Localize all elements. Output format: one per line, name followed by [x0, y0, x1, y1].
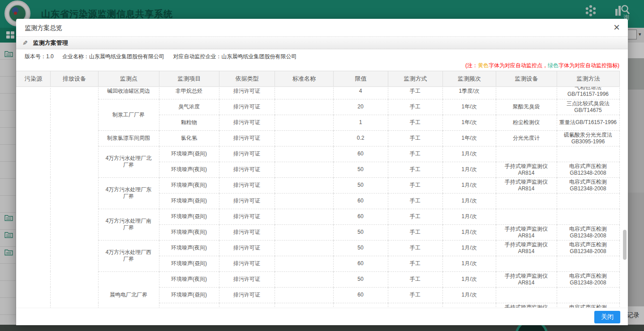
table-cell: 1月/次 [442, 240, 496, 256]
table-row: 4万方污水处理厂南 厂界环境噪声(昼间)排污许可证60手工1月/次 [16, 209, 619, 224]
table-cell: 颗粒物 [159, 115, 219, 130]
table-cell: 手工 [388, 271, 442, 287]
version-value: 1.0 [46, 53, 54, 60]
note-part1: (注： [465, 62, 478, 69]
modal-title: 监测方案总览 [25, 24, 62, 32]
table-cell: 重量法GB/T16157-1996 [557, 115, 619, 130]
scrollbar-thumb[interactable] [623, 230, 627, 260]
table-cell: 排污许可证 [219, 287, 275, 303]
table-cell: 制浆工厂厂界 [98, 99, 159, 130]
table-cell: 手工 [388, 193, 442, 209]
table-cell: 20 [333, 99, 388, 115]
table-cell: 手工 [388, 162, 442, 177]
table-cell: 排污许可证 [219, 240, 275, 256]
version-label: 版本号： [25, 53, 46, 60]
table-cell: 手工 [388, 303, 442, 308]
company-label: 企业名称： [62, 53, 89, 60]
table-cell: 50 [333, 177, 388, 193]
table-scroll-area[interactable]: 碱回收油罐区周边非甲烷总烃排污许可证4手工1季度/次气相色谱法 GB/T1615… [16, 87, 628, 308]
table-row: 晨鸣电厂北厂界环境噪声(夜间)排污许可证50手工1月/次手持式噪声监测仪 AR8… [16, 271, 619, 287]
table-cell: 手工 [388, 146, 442, 162]
table-cell: 环境噪声(昼间) [159, 287, 219, 303]
table-cell: 1月/次 [442, 146, 496, 162]
table-cell: 电容式声压检测 GB12348-2008 [557, 240, 619, 256]
col-header: 监测项目 [159, 71, 219, 87]
table-cell: 手持式噪声监测仪 AR814 [496, 224, 557, 240]
table-cell: 硫氰酸汞分光光度法GB3095-1996 [557, 130, 619, 146]
table-cell: 手工 [388, 240, 442, 256]
table-cell: 排污许可证 [219, 271, 275, 287]
table-cell: 臭气浓度 [159, 99, 219, 115]
table-cell: 制浆氯漂车间周围 [98, 130, 159, 146]
table-cell-empty [496, 256, 557, 271]
table-cell: 分光光度计 [496, 130, 557, 146]
table-cell: 排污许可证 [219, 224, 275, 240]
table-cell: 1月/次 [442, 162, 496, 177]
table-cell-empty [496, 287, 557, 303]
table-cell: 电容式声压检测 GB12348-2008 [557, 303, 619, 308]
table-cell: 环境噪声(昼间) [159, 146, 219, 162]
table-cell: 粉尘检测仪 [496, 115, 557, 130]
table-cell-empty [275, 130, 333, 146]
table-cell: 手持式噪声监测仪 AR814 [496, 162, 557, 177]
table-cell-empty [496, 193, 557, 209]
table-row: 4万方污水处理厂北 厂界环境噪声(昼间)排污许可证60手工1月/次 [16, 146, 619, 162]
table-cell-empty [275, 177, 333, 193]
close-button[interactable]: 关闭 [594, 311, 620, 323]
table-cell: 1月/次 [442, 177, 496, 193]
table-cell: 4万方污水处理厂南 厂界 [98, 209, 159, 240]
table-cell: 手持式噪声监测仪 AR814 [496, 303, 557, 308]
table-cell: 1月/次 [442, 209, 496, 224]
col-header: 监测方式 [388, 71, 443, 87]
table-cell: 1 [333, 115, 388, 130]
table-cell: 手持式噪声监测仪 AR814 [496, 177, 557, 193]
table-cell: 排污许可证 [219, 177, 275, 193]
close-icon[interactable]: × [614, 21, 620, 34]
table-cell-empty [275, 115, 333, 130]
table-cell: 手工 [388, 130, 442, 146]
table-cell: 1年/次 [442, 115, 496, 130]
table-cell: 手工 [388, 115, 442, 130]
auto-company-value: 山东晨鸣纸业集团股份有限公司 [221, 53, 296, 60]
table-cell-empty [557, 193, 619, 209]
auto-company-label: 对应自动监控企业： [173, 53, 221, 60]
table-cell: 1年/次 [442, 99, 496, 115]
table-cell: 聚酯无臭袋 [496, 99, 557, 115]
table-cell-empty [275, 209, 333, 224]
table-cell: 非甲烷总烃 [159, 87, 219, 99]
table-cell: 排污许可证 [219, 193, 275, 209]
section-title: 监测方案管理 [33, 39, 68, 47]
col-header: 监测设备 [496, 71, 557, 87]
table-cell-empty [275, 99, 333, 115]
table-cell: 1年/次 [442, 130, 496, 146]
table-cell-empty [496, 209, 557, 224]
table-cell: 手工 [388, 287, 442, 303]
table-cell: 排污许可证 [219, 162, 275, 177]
table-cell: 手工 [388, 99, 442, 115]
modal-footer: 关闭 [16, 308, 628, 325]
table-cell: 环境噪声(夜间) [159, 224, 219, 240]
table-cell: 环境噪声(夜间) [159, 240, 219, 256]
table-cell-empty [275, 162, 333, 177]
table-cell: 环境噪声(夜间) [159, 162, 219, 177]
page: 山东省污染源监测信息共享系统 询 ▾ [0, 0, 644, 331]
table-cell: 4万方污水处理厂北 厂界 [98, 146, 159, 177]
monitoring-plan-modal: 监测方案总览 × ✎ 监测方案管理 版本号：1.0 企业名称：山东晨鸣纸业集团股… [16, 19, 628, 325]
table-cell: 4万方污水处理厂西 厂界 [98, 240, 159, 271]
col-header: 限值 [334, 71, 388, 87]
col-header: 监测点 [99, 71, 159, 87]
table-cell-empty [275, 87, 333, 99]
note-part3: 字体为对应自动监控指标) [558, 62, 619, 69]
table-cell-empty [496, 87, 557, 99]
table-cell: 手工 [388, 224, 442, 240]
table-cell: 电容式声压检测 GB12348-2008 [557, 177, 619, 193]
table-cell: 碱回收油罐区周边 [98, 87, 159, 99]
table-row: 碱回收油罐区周边非甲烷总烃排污许可证4手工1季度/次气相色谱法 GB/T1615… [16, 87, 619, 99]
table-cell: 环境噪声(夜间) [159, 177, 219, 193]
company-value: 山东晨鸣纸业集团股份有限公司 [89, 53, 164, 60]
table-cell: 氯化氢 [159, 130, 219, 146]
plan-table-body: 碱回收油罐区周边非甲烷总烃排污许可证4手工1季度/次气相色谱法 GB/T1615… [16, 87, 619, 308]
table-cell: 手工 [388, 177, 442, 193]
legend-note: (注：黄色字体为对应自动监控点，绿色字体为对应自动监控指标) [16, 60, 628, 69]
table-cell: 50 [333, 303, 388, 308]
